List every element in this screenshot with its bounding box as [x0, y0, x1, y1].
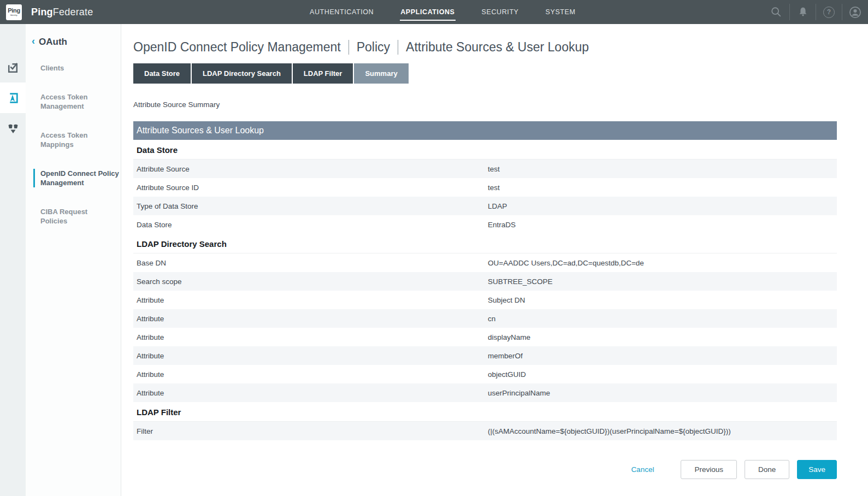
search-icon[interactable] [763, 4, 789, 20]
previous-button[interactable]: Previous [681, 460, 737, 479]
table-row: Attribute cn [133, 309, 837, 328]
sidebar-section-title: OAuth [39, 37, 67, 48]
tab-data-store[interactable]: Data Store [133, 63, 191, 84]
summary-label: Attribute Source Summary [133, 101, 868, 109]
row-value: cn [488, 315, 837, 323]
row-value: memberOf [488, 352, 837, 360]
footer-actions: Cancel Previous Done Save [133, 460, 837, 479]
icon-rail [0, 24, 26, 496]
row-label: Attribute [133, 333, 488, 341]
wizard-tabs: Data StoreLDAP Directory SearchLDAP Filt… [133, 63, 868, 84]
table-section: LDAP Directory Search Base DN OU=AADDC U… [133, 234, 837, 402]
table-sections: Data Store Attribute Source test Attribu… [133, 140, 837, 440]
table-row: Attribute objectGUID [133, 365, 837, 383]
table-row: Attribute Subject DN [133, 291, 837, 309]
row-label: Attribute [133, 315, 488, 323]
help-icon[interactable]: ? [816, 4, 842, 20]
row-label: Attribute [133, 296, 488, 304]
sidebar-item-ciba-request-policies[interactable]: CIBA Request Policies [26, 207, 121, 226]
table-row: Attribute memberOf [133, 346, 837, 365]
title-separator [349, 40, 349, 55]
summary-table: Attribute Sources & User Lookup Data Sto… [133, 121, 837, 440]
row-label: Filter [133, 427, 488, 435]
top-bar: Ping Identity. PingFederate AUTHENTICATI… [0, 0, 868, 24]
row-label: Type of Data Store [133, 202, 488, 210]
chevron-left-icon: ‹ [32, 36, 35, 47]
sidebar-back-oauth[interactable]: ‹ OAuth [32, 36, 121, 48]
row-value: test [488, 184, 837, 192]
main-content: OpenID Connect Policy Management Policy … [121, 24, 868, 496]
section-title: LDAP Directory Search [133, 234, 837, 253]
done-button[interactable]: Done [745, 460, 789, 479]
applications-arrow-icon[interactable] [0, 82, 26, 113]
sidebar-item-openid-connect-policy-management[interactable]: OpenID Connect Policy Management [33, 169, 121, 187]
row-value: OU=AADDC Users,DC=ad,DC=questdb,DC=de [488, 259, 837, 267]
table-header: Attribute Sources & User Lookup [133, 121, 837, 140]
page-title: OpenID Connect Policy Management Policy … [133, 40, 868, 55]
clients-check-icon[interactable] [0, 52, 26, 82]
table-row: Filter (|(sAMAccountName=${objectGUID})(… [133, 422, 837, 440]
section-title: Data Store [133, 140, 837, 160]
top-nav: AUTHENTICATIONAPPLICATIONSSECURITYSYSTEM [309, 0, 576, 24]
sidebar-item-access-token-management[interactable]: Access Token Management [26, 92, 121, 111]
security-shield-icon[interactable] [0, 113, 26, 144]
row-value: displayName [488, 333, 837, 341]
breadcrumb-policy: Policy [357, 40, 390, 55]
row-value: objectGUID [488, 370, 837, 379]
row-value: EntraDS [488, 221, 837, 229]
top-nav-item-security[interactable]: SECURITY [481, 6, 519, 18]
row-value: (|(sAMAccountName=${objectGUID})(userPri… [488, 427, 837, 435]
table-row: Attribute Source ID test [133, 178, 837, 197]
save-button[interactable]: Save [797, 460, 837, 479]
sidebar-item-access-token-mappings[interactable]: Access Token Mappings [26, 131, 121, 149]
sidebar: ‹ OAuth ClientsAccess Token ManagementAc… [26, 24, 121, 496]
row-label: Attribute Source [133, 165, 488, 173]
top-nav-item-applications[interactable]: APPLICATIONS [400, 6, 455, 18]
row-value: userPrincipalName [488, 389, 837, 397]
table-section: Data Store Attribute Source test Attribu… [133, 140, 837, 234]
user-icon[interactable] [842, 4, 868, 20]
sidebar-list: ClientsAccess Token ManagementAccess Tok… [26, 63, 121, 226]
top-nav-item-authentication[interactable]: AUTHENTICATION [309, 6, 374, 18]
cancel-button[interactable]: Cancel [631, 465, 654, 474]
table-row: Attribute userPrincipalName [133, 383, 837, 402]
breadcrumb-attribute-sources: Attribute Sources & User Lookup [406, 40, 589, 55]
tab-ldap-directory-search[interactable]: LDAP Directory Search [192, 63, 292, 84]
ping-logo: Ping Identity. [6, 4, 22, 20]
table-row: Attribute displayName [133, 328, 837, 346]
table-row: Type of Data Store LDAP [133, 197, 837, 215]
section-title: LDAP Filter [133, 402, 837, 422]
row-value: SUBTREE_SCOPE [488, 277, 837, 286]
row-value: Subject DN [488, 296, 837, 304]
tab-summary[interactable]: Summary [354, 63, 408, 84]
row-value: LDAP [488, 202, 837, 210]
row-value: test [488, 165, 837, 173]
sidebar-item-clients[interactable]: Clients [26, 63, 121, 73]
row-label: Data Store [133, 221, 488, 229]
table-row: Search scope SUBTREE_SCOPE [133, 272, 837, 291]
tab-ldap-filter[interactable]: LDAP Filter [293, 63, 353, 84]
table-section: LDAP Filter Filter (|(sAMAccountName=${o… [133, 402, 837, 440]
row-label: Base DN [133, 259, 488, 267]
row-label: Search scope [133, 277, 488, 286]
table-row: Attribute Source test [133, 160, 837, 178]
title-separator [398, 40, 398, 55]
ping-logo-sub: Identity. [10, 14, 18, 16]
breadcrumb-policy-management: OpenID Connect Policy Management [133, 40, 341, 55]
row-label: Attribute Source ID [133, 184, 488, 192]
top-icons: ? [763, 0, 868, 24]
app-title: PingFederate [31, 7, 93, 18]
row-label: Attribute [133, 389, 488, 397]
ping-logo-word: Ping [8, 8, 20, 14]
row-label: Attribute [133, 370, 488, 379]
table-row: Base DN OU=AADDC Users,DC=ad,DC=questdb,… [133, 253, 837, 272]
row-label: Attribute [133, 352, 488, 360]
top-nav-item-system[interactable]: SYSTEM [545, 6, 576, 18]
bell-icon[interactable] [789, 4, 816, 20]
table-row: Data Store EntraDS [133, 215, 837, 234]
